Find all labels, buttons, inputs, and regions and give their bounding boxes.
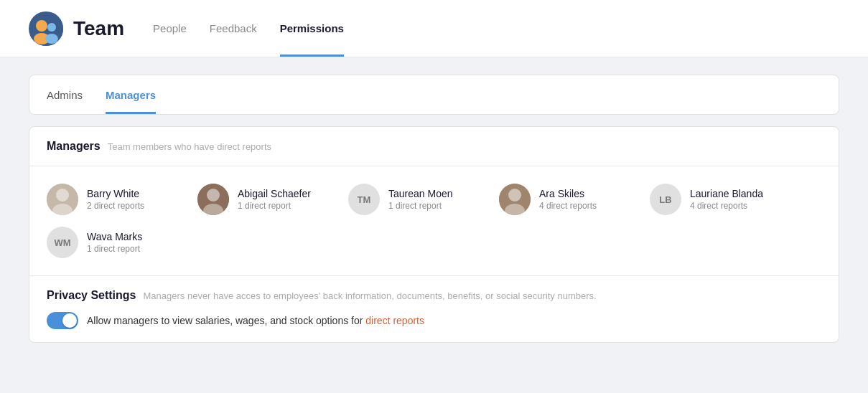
privacy-section: Privacy Settings Managers never have acc… xyxy=(29,275,839,342)
manager-avatar xyxy=(197,184,229,215)
nav-item-people[interactable]: People xyxy=(153,0,187,57)
app-title: Team xyxy=(73,17,124,40)
salary-toggle[interactable] xyxy=(47,312,78,329)
privacy-toggle-row: Allow managers to view salaries, wages, … xyxy=(47,312,821,329)
manager-info: Lauriane Blanda4 direct reports xyxy=(690,188,763,211)
manager-avatar: WM xyxy=(47,227,78,258)
privacy-title: Privacy Settings xyxy=(47,289,136,302)
privacy-header: Privacy Settings Managers never have acc… xyxy=(47,289,821,302)
avatar-initials: TM xyxy=(358,194,371,205)
manager-info: Ara Skiles4 direct reports xyxy=(539,188,597,211)
manager-item[interactable]: Ara Skiles4 direct reports xyxy=(499,184,650,215)
manager-info: Wava Marks1 direct report xyxy=(87,231,142,254)
main-nav: People Feedback Permissions xyxy=(153,0,344,57)
managers-subtitle: Team members who have direct reports xyxy=(108,141,271,152)
manager-avatar xyxy=(47,184,78,215)
manager-reports: 1 direct report xyxy=(238,201,311,211)
manager-item[interactable]: TMTaurean Moen1 direct report xyxy=(348,184,499,215)
manager-name: Ara Skiles xyxy=(539,188,597,199)
svg-point-12 xyxy=(508,189,521,202)
managers-header: Managers Team members who have direct re… xyxy=(29,127,839,166)
manager-info: Barry White2 direct reports xyxy=(87,188,144,211)
nav-item-permissions[interactable]: Permissions xyxy=(280,0,344,57)
avatar-initials: LB xyxy=(659,194,671,205)
manager-avatar: TM xyxy=(348,184,380,215)
manager-name: Taurean Moen xyxy=(388,188,453,199)
manager-reports: 1 direct report xyxy=(388,201,453,211)
svg-point-4 xyxy=(45,34,58,44)
toggle-knob xyxy=(62,313,77,328)
managers-card: Managers Team members who have direct re… xyxy=(29,126,839,343)
managers-title: Managers xyxy=(47,140,101,153)
manager-name: Abigail Schaefer xyxy=(238,188,311,199)
svg-point-9 xyxy=(207,189,220,202)
manager-item[interactable]: Abigail Schaefer1 direct report xyxy=(197,184,348,215)
avatar-initials: WM xyxy=(54,237,70,248)
nav-item-feedback[interactable]: Feedback xyxy=(210,0,257,57)
app-logo xyxy=(29,11,63,46)
svg-point-3 xyxy=(47,23,56,32)
svg-point-1 xyxy=(36,20,47,32)
privacy-label-prefix: Allow managers to view salaries, wages, … xyxy=(87,315,365,326)
tab-admins[interactable]: Admins xyxy=(47,75,83,114)
app-header: Team People Feedback Permissions xyxy=(0,0,868,57)
manager-reports: 2 direct reports xyxy=(87,201,144,211)
manager-name: Barry White xyxy=(87,188,144,199)
manager-info: Taurean Moen1 direct report xyxy=(388,188,453,211)
manager-avatar xyxy=(499,184,531,215)
manager-reports: 4 direct reports xyxy=(690,201,763,211)
main-content: Admins Managers Managers Team members wh… xyxy=(0,57,868,360)
tabs-card: Admins Managers xyxy=(29,75,839,115)
managers-grid: Barry White2 direct reports Abigail Scha… xyxy=(29,166,839,275)
manager-info: Abigail Schaefer1 direct report xyxy=(238,188,311,211)
manager-item[interactable]: WMWava Marks1 direct report xyxy=(47,227,197,258)
manager-item[interactable]: LBLauriane Blanda4 direct reports xyxy=(650,184,801,215)
privacy-subtitle: Managers never have acces to employees' … xyxy=(144,290,597,301)
manager-name: Lauriane Blanda xyxy=(690,188,763,199)
manager-avatar: LB xyxy=(650,184,681,215)
manager-reports: 4 direct reports xyxy=(539,201,597,211)
manager-item[interactable]: Barry White2 direct reports xyxy=(47,184,197,215)
tab-managers[interactable]: Managers xyxy=(106,75,156,114)
manager-name: Wava Marks xyxy=(87,231,142,242)
privacy-label-highlight: direct reports xyxy=(365,315,424,326)
manager-reports: 1 direct report xyxy=(87,244,142,254)
svg-point-6 xyxy=(56,189,69,202)
privacy-toggle-label: Allow managers to view salaries, wages, … xyxy=(87,315,424,326)
